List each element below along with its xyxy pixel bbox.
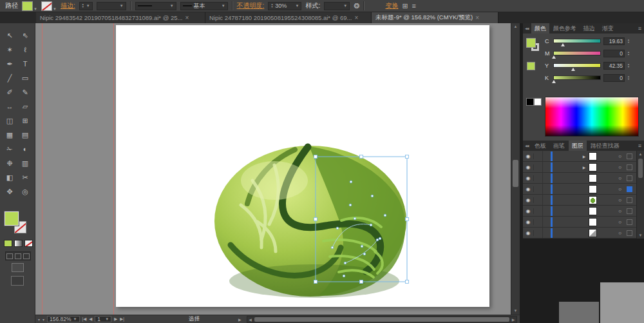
target-circle-icon[interactable]: ○ — [618, 164, 621, 170]
toolbar-extra-button[interactable] — [11, 276, 24, 286]
chevron-down-icon[interactable]: ▼ — [33, 7, 37, 11]
yellow-value[interactable]: 42.35 — [603, 62, 625, 70]
target-circle-icon[interactable]: ○ — [618, 208, 621, 214]
stepper-arrows-icon[interactable]: ▲▼ — [270, 3, 273, 8]
tab-layers[interactable]: 图层 — [569, 141, 587, 152]
stepper-arrows-icon[interactable]: ▲▼ — [627, 75, 630, 81]
lock-cell[interactable] — [534, 217, 543, 227]
chevron-down-icon[interactable]: ▼ — [170, 4, 174, 8]
chevron-down-icon[interactable]: ▼ — [120, 4, 124, 8]
tool-symbol-sprayer-icon[interactable]: ❉ — [2, 156, 17, 170]
tool-zoom-icon[interactable]: ◎ — [17, 184, 33, 199]
collapse-panel-icon[interactable]: ◀◀ — [523, 144, 531, 148]
selection-indicator[interactable] — [627, 230, 632, 236]
tool-selection-icon[interactable]: ↖ — [2, 28, 17, 43]
brush-definition-dropdown[interactable]: ▼ — [135, 2, 176, 10]
layer-thumbnail[interactable] — [589, 185, 597, 193]
cyan-value[interactable]: 19.63 — [603, 37, 625, 45]
status-left-icon[interactable]: ▾ — [43, 317, 44, 322]
layer-row[interactable]: ◉ ▶ ○ — [523, 162, 636, 173]
document-tab-active[interactable]: 未标题-9* @ 156.82% (CMYK/预览) × — [372, 12, 498, 23]
layer-row[interactable]: ◉ ○ — [523, 173, 636, 184]
tool-artboard-icon[interactable]: ◧ — [2, 170, 17, 184]
layer-thumbnail[interactable] — [589, 218, 597, 226]
magenta-slider[interactable] — [553, 51, 601, 55]
chevron-down-icon[interactable]: ▼ — [222, 4, 225, 8]
tool-type-icon[interactable]: T — [17, 57, 33, 71]
visibility-eye-icon[interactable]: ◉ — [523, 164, 534, 170]
lock-cell[interactable] — [534, 151, 543, 161]
tab-color-guide[interactable]: 颜色参考 — [550, 23, 580, 34]
status-left-icon[interactable]: ▾ — [38, 317, 40, 322]
selection-indicator[interactable] — [627, 219, 632, 225]
tool-pencil-icon[interactable]: ✎ — [17, 85, 33, 99]
selection-indicator-active[interactable] — [627, 186, 632, 192]
magenta-value[interactable]: 0 — [603, 50, 625, 57]
status-flyout-icon[interactable]: ▶ — [238, 317, 242, 322]
visibility-eye-icon[interactable]: ◉ — [523, 175, 534, 181]
cabbage-artwork[interactable] — [213, 143, 412, 298]
document-tab-1[interactable]: Nipic 29483542 20190705184832731089.ai* … — [36, 12, 205, 23]
tab-gradient[interactable]: 渐变 — [599, 23, 617, 34]
transform-link[interactable]: 变换 — [385, 1, 398, 10]
style-dropdown[interactable]: ▼ — [324, 2, 350, 10]
close-icon[interactable]: × — [185, 14, 189, 21]
tool-width-icon[interactable]: ↔ — [2, 99, 17, 113]
layer-row[interactable]: ◉ ○ — [523, 228, 636, 239]
draw-mode-buttons[interactable] — [5, 251, 31, 260]
scroll-down-icon[interactable]: ▼ — [511, 308, 520, 315]
black-slider[interactable] — [553, 75, 601, 80]
chevron-down-icon[interactable]: ▼ — [53, 7, 57, 11]
last-color-swatch[interactable] — [527, 62, 535, 70]
chevron-down-icon[interactable]: ▼ — [105, 317, 109, 321]
selection-indicator[interactable] — [627, 197, 632, 203]
next-artboard-icon[interactable]: ▶ — [114, 317, 117, 322]
horizontal-scrollbar[interactable]: ◀ ▶ — [247, 316, 517, 323]
cyan-slider[interactable] — [553, 39, 601, 43]
document-tab-2[interactable]: Nipic 24787180 20190508195524308085.ai* … — [205, 12, 372, 23]
gradient-mode-button[interactable] — [14, 240, 23, 247]
tool-gradient-icon[interactable]: ▤ — [17, 128, 33, 142]
tool-pen-icon[interactable]: ✒ — [2, 57, 17, 71]
tab-color[interactable]: 颜色 — [531, 23, 549, 34]
visibility-eye-icon[interactable]: ◉ — [523, 197, 534, 203]
expand-triangle-icon[interactable]: ▶ — [581, 165, 587, 170]
tool-hand-icon[interactable]: ✥ — [2, 184, 17, 199]
layer-row[interactable]: ◉ ○ — [523, 206, 636, 217]
tool-mesh-icon[interactable]: ▦ — [2, 128, 17, 142]
layer-thumbnail[interactable] — [589, 196, 597, 204]
layers-scrollbar[interactable]: ▲ ▼ — [636, 151, 644, 239]
stepper-arrows-icon[interactable]: ▲▼ — [82, 3, 84, 8]
tab-stroke[interactable]: 描边 — [580, 23, 598, 34]
tool-eyedropper-icon[interactable]: ✁ — [2, 142, 17, 156]
stepper-arrows-icon[interactable]: ▲▼ — [627, 63, 630, 68]
lock-cell[interactable] — [534, 173, 543, 183]
tool-free-transform-icon[interactable]: ▱ — [17, 99, 33, 113]
variable-width-dropdown[interactable]: ▼ — [97, 2, 126, 10]
tool-rectangle-icon[interactable]: ▭ — [17, 71, 33, 85]
scrollbar-thumb[interactable] — [638, 159, 643, 178]
tab-pathfinder[interactable]: 路径查找器 — [587, 141, 623, 152]
tab-swatches[interactable]: 色板 — [531, 141, 549, 152]
scroll-down-icon[interactable]: ▼ — [637, 232, 644, 239]
none-mode-button[interactable] — [24, 240, 33, 247]
layer-row[interactable]: ◉ ○ — [523, 184, 636, 195]
target-circle-icon[interactable]: ○ — [618, 230, 621, 236]
scroll-up-icon[interactable]: ▲ — [637, 151, 644, 157]
scroll-right-icon[interactable]: ▶ — [510, 317, 516, 322]
tool-direct-selection-icon[interactable]: ⇖ — [17, 28, 33, 43]
scrollbar-thumb[interactable] — [254, 317, 509, 322]
tool-shape-builder-icon[interactable]: ◫ — [2, 113, 17, 128]
chevron-down-icon[interactable]: ▼ — [343, 4, 347, 8]
stepper-arrows-icon[interactable]: ▲▼ — [627, 39, 630, 44]
previous-artboard-icon[interactable]: ◀ — [89, 317, 92, 322]
scroll-left-icon[interactable]: ◀ — [247, 317, 254, 322]
align-icon[interactable]: ⊞ — [402, 2, 408, 10]
lock-cell[interactable] — [534, 206, 543, 216]
panel-menu-icon[interactable]: ≡ — [636, 25, 644, 32]
lock-cell[interactable] — [534, 184, 543, 194]
expand-triangle-icon[interactable]: ▶ — [581, 154, 587, 159]
selection-indicator[interactable] — [627, 164, 632, 170]
scroll-up-icon[interactable]: ▲ — [511, 23, 520, 30]
layer-thumbnail[interactable] — [589, 207, 597, 215]
